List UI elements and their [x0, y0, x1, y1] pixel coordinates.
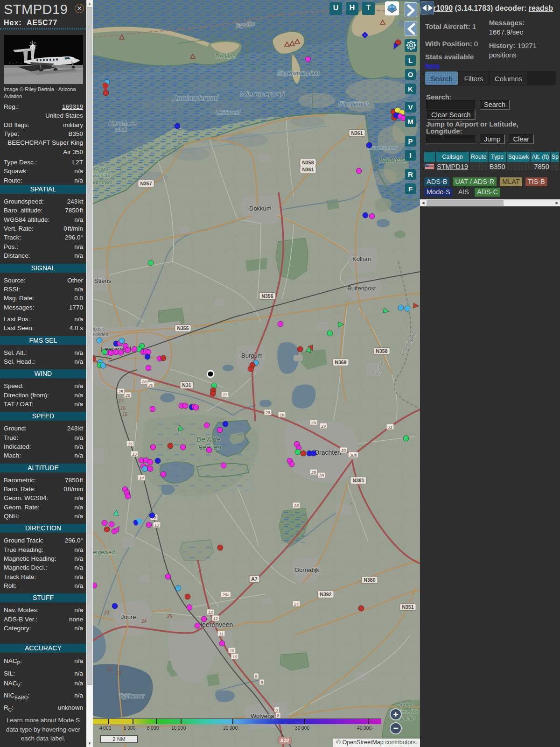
svg-text:Joure: Joure	[121, 613, 136, 620]
svg-text:Eilanderbult: Eilanderbult	[338, 101, 368, 107]
svg-text:15: 15	[132, 452, 137, 457]
svg-text:Gorredijk: Gorredijk	[294, 566, 319, 573]
svg-text:N392: N392	[320, 592, 331, 597]
svg-text:N369: N369	[335, 359, 346, 365]
svg-text:27: 27	[222, 393, 228, 397]
svg-text:11: 11	[219, 632, 223, 636]
svg-text:Tsjûkemar: Tsjûkemar	[119, 693, 145, 699]
svg-text:10: 10	[232, 655, 237, 659]
svg-text:Dokkum: Dokkum	[249, 205, 272, 212]
svg-text:10: 10	[230, 648, 234, 653]
svg-text:25: 25	[118, 389, 124, 394]
svg-text:N361: N361	[302, 167, 314, 172]
svg-text:16: 16	[120, 406, 126, 411]
svg-text:12: 12	[208, 610, 213, 615]
svg-text:N355: N355	[177, 325, 189, 331]
svg-text:Buitenpost: Buitenpost	[347, 285, 376, 292]
svg-text:N356: N356	[261, 293, 273, 299]
svg-text:19: 19	[106, 667, 112, 672]
svg-text:Noard-: Noard-	[94, 166, 110, 172]
svg-text:26: 26	[141, 380, 147, 384]
svg-text:24: 24	[141, 619, 147, 624]
svg-text:16: 16	[122, 412, 128, 417]
svg-text:28: 28	[265, 410, 270, 415]
svg-text:plaat: plaat	[115, 127, 127, 132]
svg-text:29: 29	[319, 473, 324, 478]
svg-text:27: 27	[294, 602, 299, 606]
svg-text:8: 8	[275, 708, 278, 712]
svg-text:N380: N380	[364, 577, 375, 583]
svg-text:Heerenveen: Heerenveen	[197, 621, 233, 628]
svg-text:N358: N358	[376, 348, 387, 354]
svg-text:8: 8	[277, 713, 279, 718]
svg-text:De Alde: De Alde	[196, 436, 220, 443]
svg-text:warden: warden	[93, 332, 108, 337]
svg-text:31: 31	[388, 425, 392, 430]
svg-text:29: 29	[321, 424, 326, 429]
svg-text:N31: N31	[182, 382, 191, 388]
svg-text:Kollum: Kollum	[352, 255, 371, 262]
svg-text:13: 13	[154, 523, 159, 528]
svg-text:Drachten: Drachten	[315, 449, 341, 456]
svg-text:26: 26	[148, 383, 153, 388]
svg-text:N351: N351	[402, 604, 413, 610]
svg-text:19: 19	[116, 670, 122, 676]
svg-text:17: 17	[119, 398, 124, 403]
svg-text:Amelanderwad: Amelanderwad	[173, 94, 219, 102]
svg-text:Heideveld: Heideveld	[216, 110, 240, 115]
svg-text:N381: N381	[352, 478, 364, 483]
svg-text:itendyks: itendyks	[93, 179, 112, 185]
svg-text:28: 28	[279, 413, 284, 417]
svg-text:Fryslân: Fryslân	[93, 173, 111, 178]
svg-text:29: 29	[311, 421, 316, 425]
svg-text:ibasis: ibasis	[93, 326, 105, 331]
svg-text:28: 28	[294, 503, 299, 508]
svg-text:26a: 26a	[222, 592, 229, 597]
svg-text:14: 14	[139, 476, 144, 480]
svg-text:Engelsmanplaat: Engelsmanplaat	[277, 70, 319, 77]
svg-text:29: 29	[311, 470, 316, 475]
svg-text:25: 25	[125, 393, 131, 398]
svg-text:A32: A32	[280, 738, 289, 743]
svg-text:ergebied: ergebied	[93, 549, 115, 556]
svg-text:N358: N358	[302, 160, 314, 165]
svg-text:A7: A7	[251, 576, 258, 582]
svg-text:9: 9	[255, 674, 257, 679]
svg-text:30a: 30a	[350, 453, 357, 458]
svg-text:15: 15	[128, 442, 133, 446]
svg-text:9: 9	[260, 680, 263, 685]
svg-text:25: 25	[167, 614, 173, 619]
svg-text:Piet Scheve: Piet Scheve	[109, 120, 136, 126]
svg-text:N361: N361	[351, 130, 363, 136]
svg-text:De Hôn: De Hôn	[215, 53, 236, 60]
svg-text:Wierumerwad: Wierumerwad	[240, 90, 285, 98]
svg-text:Stiens: Stiens	[94, 277, 112, 284]
svg-text:Burgum: Burgum	[241, 352, 263, 359]
svg-text:23: 23	[104, 610, 110, 615]
svg-text:N357: N357	[140, 181, 152, 186]
svg-text:Drents-: Drents-	[397, 702, 414, 708]
svg-text:12: 12	[213, 616, 218, 621]
svg-text:30: 30	[341, 448, 346, 453]
